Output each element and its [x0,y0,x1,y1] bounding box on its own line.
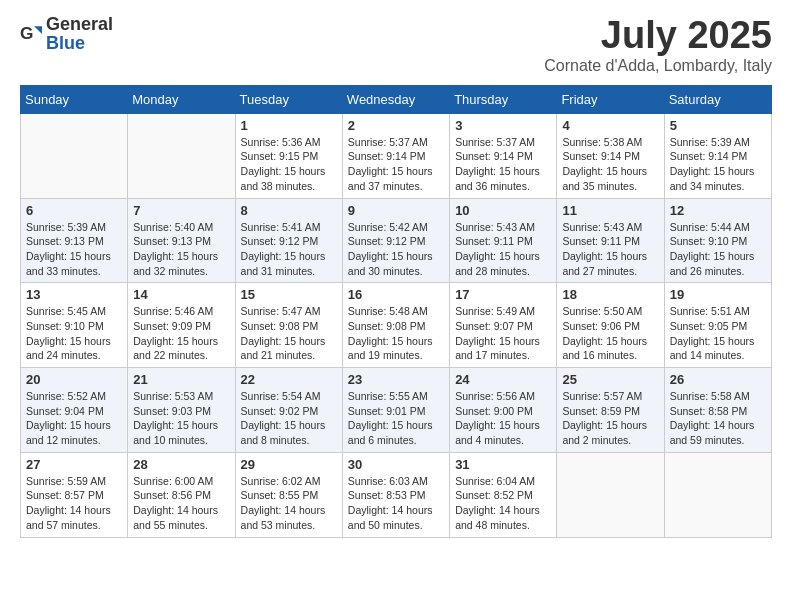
day-info: Sunrise: 5:36 AM Sunset: 9:15 PM Dayligh… [241,135,337,194]
day-number: 12 [670,203,766,218]
weekday-header-tuesday: Tuesday [235,85,342,113]
day-number: 16 [348,287,444,302]
day-number: 15 [241,287,337,302]
day-info: Sunrise: 5:50 AM Sunset: 9:06 PM Dayligh… [562,304,658,363]
calendar-week-row: 6Sunrise: 5:39 AM Sunset: 9:13 PM Daylig… [21,198,772,283]
page-header: G General Blue July 2025 Cornate d'Adda,… [20,15,772,75]
calendar-cell: 8Sunrise: 5:41 AM Sunset: 9:12 PM Daylig… [235,198,342,283]
logo-blue: Blue [46,33,85,53]
calendar-cell: 7Sunrise: 5:40 AM Sunset: 9:13 PM Daylig… [128,198,235,283]
day-number: 20 [26,372,122,387]
day-info: Sunrise: 5:58 AM Sunset: 8:58 PM Dayligh… [670,389,766,448]
calendar-cell: 9Sunrise: 5:42 AM Sunset: 9:12 PM Daylig… [342,198,449,283]
weekday-header-friday: Friday [557,85,664,113]
day-info: Sunrise: 5:45 AM Sunset: 9:10 PM Dayligh… [26,304,122,363]
day-info: Sunrise: 5:46 AM Sunset: 9:09 PM Dayligh… [133,304,229,363]
day-info: Sunrise: 5:43 AM Sunset: 9:11 PM Dayligh… [562,220,658,279]
svg-marker-1 [34,26,42,34]
day-number: 22 [241,372,337,387]
weekday-header-saturday: Saturday [664,85,771,113]
day-info: Sunrise: 5:39 AM Sunset: 9:14 PM Dayligh… [670,135,766,194]
day-info: Sunrise: 5:48 AM Sunset: 9:08 PM Dayligh… [348,304,444,363]
calendar-cell: 6Sunrise: 5:39 AM Sunset: 9:13 PM Daylig… [21,198,128,283]
logo: G General Blue [20,15,113,53]
day-number: 4 [562,118,658,133]
day-number: 23 [348,372,444,387]
day-number: 5 [670,118,766,133]
calendar-cell: 26Sunrise: 5:58 AM Sunset: 8:58 PM Dayli… [664,368,771,453]
calendar-cell: 28Sunrise: 6:00 AM Sunset: 8:56 PM Dayli… [128,452,235,537]
day-info: Sunrise: 5:37 AM Sunset: 9:14 PM Dayligh… [348,135,444,194]
day-number: 1 [241,118,337,133]
calendar-cell: 25Sunrise: 5:57 AM Sunset: 8:59 PM Dayli… [557,368,664,453]
day-number: 21 [133,372,229,387]
day-info: Sunrise: 5:37 AM Sunset: 9:14 PM Dayligh… [455,135,551,194]
calendar-week-row: 13Sunrise: 5:45 AM Sunset: 9:10 PM Dayli… [21,283,772,368]
day-number: 17 [455,287,551,302]
day-info: Sunrise: 6:04 AM Sunset: 8:52 PM Dayligh… [455,474,551,533]
day-info: Sunrise: 5:52 AM Sunset: 9:04 PM Dayligh… [26,389,122,448]
calendar-cell [557,452,664,537]
day-info: Sunrise: 5:39 AM Sunset: 9:13 PM Dayligh… [26,220,122,279]
day-number: 11 [562,203,658,218]
calendar-cell: 19Sunrise: 5:51 AM Sunset: 9:05 PM Dayli… [664,283,771,368]
calendar-cell: 27Sunrise: 5:59 AM Sunset: 8:57 PM Dayli… [21,452,128,537]
calendar-cell: 23Sunrise: 5:55 AM Sunset: 9:01 PM Dayli… [342,368,449,453]
calendar-cell [664,452,771,537]
calendar-week-row: 20Sunrise: 5:52 AM Sunset: 9:04 PM Dayli… [21,368,772,453]
day-number: 30 [348,457,444,472]
day-info: Sunrise: 5:49 AM Sunset: 9:07 PM Dayligh… [455,304,551,363]
calendar-cell: 10Sunrise: 5:43 AM Sunset: 9:11 PM Dayli… [450,198,557,283]
calendar-cell: 12Sunrise: 5:44 AM Sunset: 9:10 PM Dayli… [664,198,771,283]
calendar-cell: 17Sunrise: 5:49 AM Sunset: 9:07 PM Dayli… [450,283,557,368]
calendar-cell: 29Sunrise: 6:02 AM Sunset: 8:55 PM Dayli… [235,452,342,537]
day-info: Sunrise: 5:57 AM Sunset: 8:59 PM Dayligh… [562,389,658,448]
day-number: 24 [455,372,551,387]
day-number: 25 [562,372,658,387]
weekday-header-thursday: Thursday [450,85,557,113]
weekday-header-monday: Monday [128,85,235,113]
day-info: Sunrise: 5:42 AM Sunset: 9:12 PM Dayligh… [348,220,444,279]
weekday-header-row: SundayMondayTuesdayWednesdayThursdayFrid… [21,85,772,113]
day-info: Sunrise: 5:54 AM Sunset: 9:02 PM Dayligh… [241,389,337,448]
day-info: Sunrise: 5:40 AM Sunset: 9:13 PM Dayligh… [133,220,229,279]
day-info: Sunrise: 5:44 AM Sunset: 9:10 PM Dayligh… [670,220,766,279]
day-info: Sunrise: 5:53 AM Sunset: 9:03 PM Dayligh… [133,389,229,448]
day-info: Sunrise: 5:51 AM Sunset: 9:05 PM Dayligh… [670,304,766,363]
day-info: Sunrise: 5:41 AM Sunset: 9:12 PM Dayligh… [241,220,337,279]
calendar-cell: 16Sunrise: 5:48 AM Sunset: 9:08 PM Dayli… [342,283,449,368]
day-number: 26 [670,372,766,387]
day-info: Sunrise: 6:03 AM Sunset: 8:53 PM Dayligh… [348,474,444,533]
day-number: 29 [241,457,337,472]
location-subtitle: Cornate d'Adda, Lombardy, Italy [544,57,772,75]
calendar-cell: 22Sunrise: 5:54 AM Sunset: 9:02 PM Dayli… [235,368,342,453]
calendar-cell: 14Sunrise: 5:46 AM Sunset: 9:09 PM Dayli… [128,283,235,368]
calendar-cell: 15Sunrise: 5:47 AM Sunset: 9:08 PM Dayli… [235,283,342,368]
day-number: 14 [133,287,229,302]
calendar-cell: 3Sunrise: 5:37 AM Sunset: 9:14 PM Daylig… [450,113,557,198]
calendar-cell [21,113,128,198]
calendar-cell: 4Sunrise: 5:38 AM Sunset: 9:14 PM Daylig… [557,113,664,198]
day-info: Sunrise: 5:55 AM Sunset: 9:01 PM Dayligh… [348,389,444,448]
day-number: 9 [348,203,444,218]
calendar-cell: 18Sunrise: 5:50 AM Sunset: 9:06 PM Dayli… [557,283,664,368]
day-number: 13 [26,287,122,302]
day-info: Sunrise: 6:02 AM Sunset: 8:55 PM Dayligh… [241,474,337,533]
day-number: 19 [670,287,766,302]
svg-text:G: G [20,23,33,43]
day-info: Sunrise: 5:59 AM Sunset: 8:57 PM Dayligh… [26,474,122,533]
title-block: July 2025 Cornate d'Adda, Lombardy, Ital… [544,15,772,75]
day-number: 28 [133,457,229,472]
logo-general: General [46,14,113,34]
day-info: Sunrise: 6:00 AM Sunset: 8:56 PM Dayligh… [133,474,229,533]
day-info: Sunrise: 5:43 AM Sunset: 9:11 PM Dayligh… [455,220,551,279]
weekday-header-sunday: Sunday [21,85,128,113]
day-info: Sunrise: 5:38 AM Sunset: 9:14 PM Dayligh… [562,135,658,194]
day-number: 27 [26,457,122,472]
calendar-cell: 2Sunrise: 5:37 AM Sunset: 9:14 PM Daylig… [342,113,449,198]
weekday-header-wednesday: Wednesday [342,85,449,113]
day-number: 7 [133,203,229,218]
day-number: 2 [348,118,444,133]
month-title: July 2025 [544,15,772,57]
day-number: 3 [455,118,551,133]
